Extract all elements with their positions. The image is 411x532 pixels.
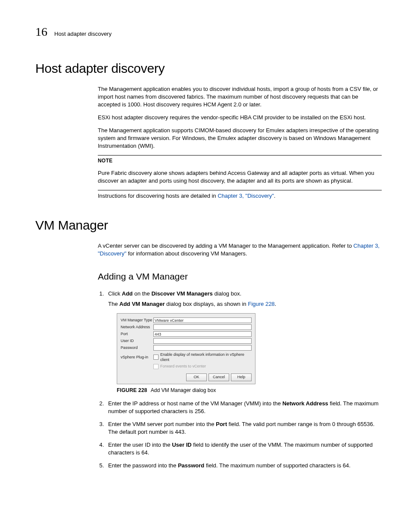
steps-list: Click Add on the Discover VM Managers di…	[98, 290, 382, 470]
vsphere-checkbox-text: Enable display of network information in…	[160, 352, 252, 363]
step-5: Enter the password into the Password fie…	[106, 462, 382, 470]
step1-a: Click	[108, 290, 122, 297]
password-field[interactable]	[153, 345, 252, 351]
section-title-vm-manager: VM Manager	[35, 218, 382, 233]
step1-sub-c: dialog box displays, as shown in	[165, 301, 248, 307]
section2-intro: A vCenter server can be discovered by ad…	[98, 242, 382, 258]
note-bottom-rule	[98, 190, 382, 190]
figure-caption-text: Add VM Manager dialog box	[151, 387, 216, 393]
forward-events-text: Forward events to vCenter	[160, 364, 206, 369]
note-label: NOTE	[98, 157, 382, 165]
step1-e: dialog box.	[213, 290, 242, 297]
step-1: Click Add on the Discover VM Managers di…	[106, 290, 382, 394]
step5-b: Password	[178, 462, 204, 469]
port-label: Port	[121, 331, 153, 336]
step1-b: Add	[122, 290, 133, 297]
ok-button[interactable]: OK	[186, 373, 207, 381]
intro-suffix: for information about discovering VM Man…	[126, 250, 247, 257]
section-title-host-adapter: Host adapter discovery	[35, 61, 382, 76]
instr-prefix: Instructions for discovering hosts are d…	[98, 193, 218, 199]
figure-caption: FIGURE 228Add VM Manager dialog box	[117, 387, 382, 394]
vsphere-label: vSphere Plug-in	[121, 355, 153, 360]
step1-sub-b: Add VM Manager	[119, 301, 165, 307]
user-id-label: User ID	[121, 338, 153, 343]
network-address-label: Network Address	[121, 324, 153, 330]
instr-suffix: .	[274, 193, 276, 199]
user-id-field[interactable]	[153, 338, 252, 344]
discovery-chapter-link[interactable]: Chapter 3, "Discovery"	[218, 193, 274, 199]
note-top-rule	[98, 155, 382, 156]
step1-d: Discover VM Managers	[151, 290, 212, 297]
section2-body: A vCenter server can be discovered by ad…	[98, 242, 382, 470]
vm-type-label: VM Manager Type	[121, 317, 153, 323]
step1-sub-d: .	[275, 301, 277, 307]
step2-b: Network Address	[282, 400, 328, 407]
step2-a: Enter the IP address or host name of the…	[108, 400, 282, 407]
section1-p3: The Management application supports CIMO…	[98, 127, 382, 150]
subsection-adding-vm-manager: Adding a VM Manager	[98, 271, 382, 283]
figure-228-link[interactable]: Figure 228	[248, 301, 274, 307]
note-text: Pure Fabric discovery alone shows adapte…	[98, 169, 382, 185]
section1-body: The Management application enables you t…	[98, 85, 382, 200]
step4-b: User ID	[172, 442, 192, 448]
network-address-field[interactable]	[153, 324, 252, 330]
cancel-button[interactable]: Cancel	[209, 373, 229, 381]
step3-b: Port	[216, 421, 227, 427]
step1-sub: The Add VM Manager dialog box displays, …	[108, 300, 382, 308]
step1-c: on the	[133, 290, 151, 297]
chapter-number: 16	[35, 25, 47, 39]
step5-c: field. The maximum number of supported c…	[204, 462, 350, 469]
step3-a: Enter the VMM server port number into th…	[108, 421, 216, 427]
step1-sub-a: The	[108, 301, 119, 307]
step-3: Enter the VMM server port number into th…	[106, 420, 382, 436]
section1-p2: ESXi host adapter discovery requires the…	[98, 114, 382, 121]
section1-p1: The Management application enables you t…	[98, 85, 382, 109]
vm-type-field[interactable]: VMware vCenter	[153, 317, 252, 323]
add-vm-manager-dialog: VM Manager Type VMware vCenter Network A…	[117, 313, 255, 384]
step5-a: Enter the password into the	[108, 462, 178, 469]
password-label: Password	[121, 345, 153, 350]
section1-instructions: Instructions for discovering hosts are d…	[98, 192, 382, 200]
figure-label: FIGURE 228	[117, 387, 147, 393]
step-4: Enter the user ID into the User ID field…	[106, 441, 382, 457]
vsphere-checkbox[interactable]	[153, 355, 159, 360]
step4-a: Enter the user ID into the	[108, 442, 172, 448]
help-button[interactable]: Help	[231, 373, 252, 381]
intro-prefix: A vCenter server can be discovered by ad…	[98, 243, 353, 249]
running-header: 16 Host adapter discovery	[35, 25, 382, 39]
forward-events-checkbox	[153, 364, 159, 369]
port-field[interactable]: 443	[153, 331, 252, 337]
header-section-name: Host adapter discovery	[54, 31, 112, 37]
step-2: Enter the IP address or host name of the…	[106, 400, 382, 415]
